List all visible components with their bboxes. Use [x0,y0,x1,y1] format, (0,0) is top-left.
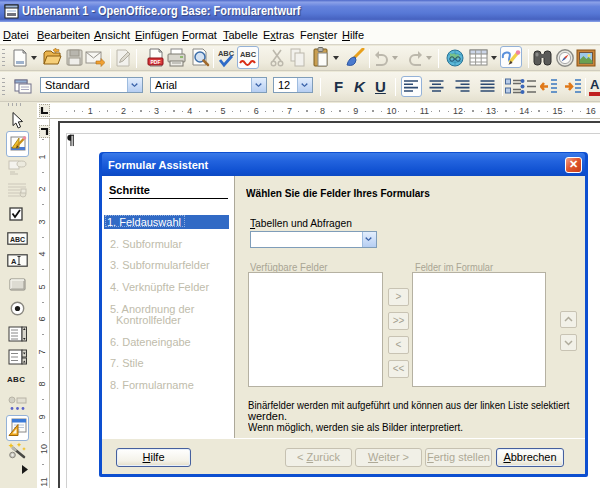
svg-text:ABC: ABC [240,50,257,59]
svg-text:PDF: PDF [151,59,161,65]
svg-text:ABC: ABC [10,236,25,243]
svg-text:A: A [11,257,17,266]
